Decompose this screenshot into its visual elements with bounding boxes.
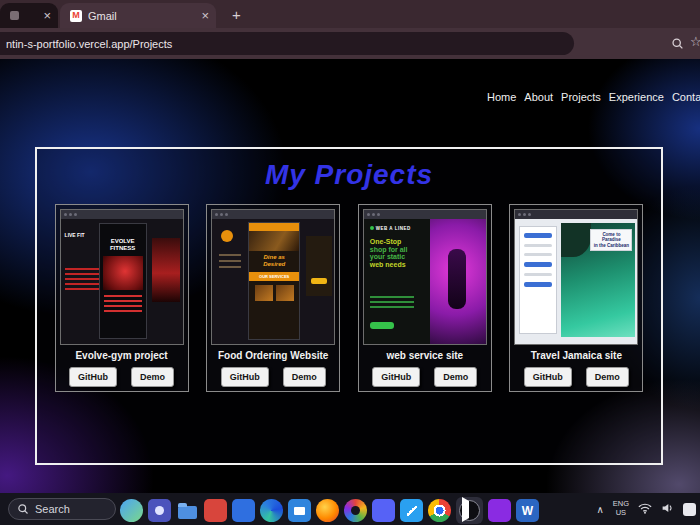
photos-icon[interactable] <box>344 499 367 522</box>
tab-title: Gmail <box>88 10 201 22</box>
decor-cta-button <box>370 322 394 329</box>
widgets-icon[interactable] <box>120 499 143 522</box>
media-player-icon[interactable] <box>459 500 480 521</box>
github-button[interactable]: GitHub <box>372 367 420 387</box>
discord-icon[interactable] <box>372 499 395 522</box>
search-label: Search <box>35 503 70 515</box>
zoom-icon[interactable] <box>671 36 684 54</box>
thumb-ocean-image: Come to Paradise in the Caribbean <box>561 223 635 337</box>
thumb-tagline: Dine as Desired <box>249 254 299 267</box>
github-button[interactable]: GitHub <box>524 367 572 387</box>
taskbar: Search W ∧ ENG US <box>0 493 700 525</box>
taskbar-search[interactable]: Search <box>8 498 116 520</box>
new-tab-button[interactable]: + <box>228 6 245 23</box>
thumb-brand: EVOLVE FITNESS <box>100 238 146 252</box>
bookmark-star-icon[interactable]: ☆ <box>690 34 700 49</box>
browser-tab-active[interactable]: × <box>0 3 58 28</box>
thumb-side-text: LIVE FIT <box>65 232 85 238</box>
thumb-browser-strip <box>61 210 183 219</box>
firefox-icon[interactable] <box>316 499 339 522</box>
demo-button[interactable]: Demo <box>586 367 629 387</box>
project-thumbnail: WEB A LINED One-Stop shop for all your s… <box>363 209 487 345</box>
gmail-favicon: M <box>70 10 82 22</box>
url-bar[interactable]: ntin-s-portfolio.vercel.app/Projects <box>0 32 574 55</box>
project-card-web-service: WEB A LINED One-Stop shop for all your s… <box>358 204 492 392</box>
edge-icon[interactable] <box>260 499 283 522</box>
store-icon[interactable] <box>288 499 311 522</box>
browser-toolbar: ntin-s-portfolio.vercel.app/Projects ☆ <box>0 28 700 59</box>
project-name: Travel Jamaica site <box>514 350 638 361</box>
search-icon <box>17 503 29 515</box>
decor-cliff <box>561 223 591 257</box>
phone-mockup: EVOLVE FITNESS <box>99 223 147 339</box>
tab-close-icon[interactable]: × <box>43 9 51 22</box>
project-card-travel-jamaica: Come to Paradise in the Caribbean Travel… <box>509 204 643 392</box>
nav-item-contact[interactable]: Contact <box>672 91 700 103</box>
project-name: web service site <box>363 350 487 361</box>
wifi-icon[interactable] <box>638 500 652 518</box>
card-buttons: GitHub Demo <box>514 367 638 387</box>
projects-container: My Projects LIVE FIT EVOLVE FITNESS <box>35 147 663 465</box>
purple-app-icon[interactable] <box>488 499 511 522</box>
project-thumbnail: LIVE FIT EVOLVE FITNESS <box>60 209 184 345</box>
card-buttons: GitHub Demo <box>363 367 487 387</box>
thumb-header-bar <box>249 223 299 231</box>
volume-icon[interactable] <box>661 500 674 518</box>
thumb-browser-strip <box>212 210 334 219</box>
project-thumbnail: Dine as Desired OUR SERVICES <box>211 209 335 345</box>
browser-tab-strip: × M Gmail × + <box>0 0 700 28</box>
vscode-icon[interactable] <box>400 499 423 522</box>
thumb-neon-image <box>430 219 486 345</box>
chrome-icon[interactable] <box>428 499 451 522</box>
project-name: Evolve-gym project <box>60 350 184 361</box>
page-viewport: Home About Projects Experience Contact M… <box>0 59 700 493</box>
url-text: ntin-s-portfolio.vercel.app/Projects <box>6 38 172 50</box>
taskbar-app-icons: W <box>120 497 539 524</box>
project-card-evolve-gym: LIVE FIT EVOLVE FITNESS Evolve-gym <box>55 204 189 392</box>
thumb-services-bar: OUR SERVICES <box>249 272 299 281</box>
nav-item-home[interactable]: Home <box>487 91 516 103</box>
phone-mockup: Dine as Desired OUR SERVICES <box>248 222 300 340</box>
chevron-up-icon[interactable]: ∧ <box>596 504 603 515</box>
site-nav: Home About Projects Experience Contact <box>487 91 700 103</box>
thumb-side-panel <box>519 226 557 334</box>
thumb-food-tiles <box>249 285 299 301</box>
demo-button[interactable]: Demo <box>434 367 477 387</box>
github-button[interactable]: GitHub <box>69 367 117 387</box>
nav-item-about[interactable]: About <box>524 91 553 103</box>
thumb-hero-image <box>103 256 143 290</box>
project-cards-row: LIVE FIT EVOLVE FITNESS Evolve-gym <box>37 204 661 392</box>
language-indicator[interactable]: ENG US <box>613 500 629 517</box>
thumb-side-panel <box>306 236 332 296</box>
browser-tab-gmail[interactable]: M Gmail × <box>60 3 216 28</box>
thumb-side-image <box>152 238 180 302</box>
project-card-food-ordering: Dine as Desired OUR SERVICES Food Orderi… <box>206 204 340 392</box>
red-app-icon[interactable] <box>204 499 227 522</box>
file-explorer-icon[interactable] <box>176 499 199 522</box>
nav-item-experience[interactable]: Experience <box>609 91 664 103</box>
demo-button[interactable]: Demo <box>283 367 326 387</box>
decor-text-lines <box>370 296 414 311</box>
screen: × M Gmail × + ntin-s-portfolio.vercel.ap… <box>0 0 700 525</box>
blue-app-icon[interactable] <box>232 499 255 522</box>
teams-icon[interactable] <box>148 499 171 522</box>
word-icon[interactable]: W <box>516 499 539 522</box>
page-title: My Projects <box>37 159 661 191</box>
notification-icon[interactable] <box>683 503 696 516</box>
github-button[interactable]: GitHub <box>221 367 269 387</box>
demo-button[interactable]: Demo <box>131 367 174 387</box>
card-buttons: GitHub Demo <box>211 367 335 387</box>
thumb-brand: WEB A LINED <box>370 226 411 231</box>
thumb-headline: Come to Paradise in the Caribbean <box>590 229 632 251</box>
tab-close-icon[interactable]: × <box>201 9 209 22</box>
thumb-browser-strip <box>364 210 486 219</box>
system-tray: ∧ ENG US <box>596 493 696 525</box>
decor-text-lines <box>65 268 99 293</box>
nav-item-projects[interactable]: Projects <box>561 91 601 103</box>
decor-logo-circle <box>221 230 233 242</box>
card-buttons: GitHub Demo <box>60 367 184 387</box>
project-name: Food Ordering Website <box>211 350 335 361</box>
decor-text-lines <box>104 295 142 312</box>
decor-button <box>311 278 327 284</box>
project-thumbnail: Come to Paradise in the Caribbean <box>514 209 638 345</box>
